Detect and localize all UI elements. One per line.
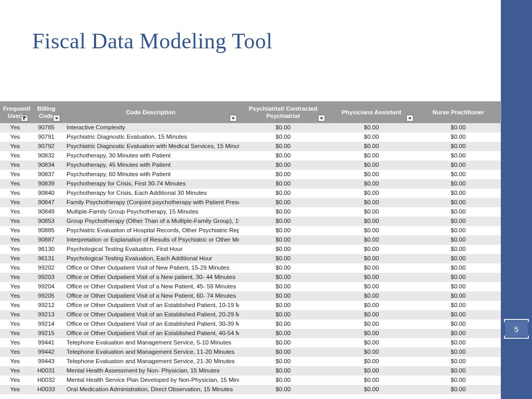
cell-psychiatrist: $0.00 [239,245,327,254]
slide: 5 Fiscal Data Modeling Tool Frequently U… [0,0,532,399]
table-row: Yes90840Psychotherapy for Crisis, Each A… [0,189,501,198]
dropdown-icon[interactable] [406,115,414,122]
cell-description: Psychotherapy, 30 Minutes with Patient [62,151,239,161]
cell-nurse-practitioner: $0.00 [416,273,501,282]
cell-psychiatrist: $0.00 [239,366,327,376]
table-header-row: Frequently Used Billing Code Code Descri… [0,101,501,123]
cell-billing-code: 90839 [30,179,62,189]
cell-description: Office or Other Outpatient Visit of an E… [62,301,239,310]
cell-billing-code: 99205 [30,291,62,301]
dropdown-icon[interactable] [318,115,325,122]
page-number: 5 [514,325,518,334]
filter-icon[interactable] [21,115,28,122]
cell-psychiatrist: $0.00 [239,235,327,245]
cell-nurse-practitioner: $0.00 [416,170,501,179]
cell-nurse-practitioner: $0.00 [416,320,501,329]
billing-table-container: Frequently Used Billing Code Code Descri… [0,101,501,394]
cell-physicians-assistant: $0.00 [327,245,416,254]
table-row: Yes96130Psychological Testing Evaluation… [0,245,501,254]
cell-description: Interactive Complexity [62,123,239,132]
cell-description: Group Psychotherapy (Other Than of a Mul… [62,217,239,226]
cell-psychiatrist: $0.00 [239,226,327,235]
cell-billing-code: 99443 [30,357,62,366]
table-row: Yes90832Psychotherapy, 30 Minutes with P… [0,151,501,161]
header-code-description[interactable]: Code Description [62,101,239,123]
cell-billing-code: 90887 [30,235,62,245]
cell-physicians-assistant: $0.00 [327,329,416,338]
cell-nurse-practitioner: $0.00 [416,254,501,263]
cell-psychiatrist: $0.00 [239,291,327,301]
cell-description: Telephone Evaluation and Management Serv… [62,357,239,366]
cell-psychiatrist: $0.00 [239,273,327,282]
table-row: Yes96131Psychological Testing Evaluation… [0,254,501,263]
cell-billing-code: 99213 [30,310,62,320]
cell-billing-code: 99214 [30,320,62,329]
cell-physicians-assistant: $0.00 [327,161,416,170]
header-label: Psychiatrist/ Contracted Psychiatrist [243,105,324,120]
cell-psychiatrist: $0.00 [239,263,327,273]
dropdown-icon[interactable] [230,115,237,122]
cell-psychiatrist: $0.00 [239,348,327,357]
cell-physicians-assistant: $0.00 [327,263,416,273]
cell-description: Office or Other Outpatient Visit of an E… [62,320,239,329]
table-row: Yes90785Interactive Complexity$0.00$0.00… [0,123,501,132]
cell-description: Psychological Testing Evaluation, First … [62,245,239,254]
cell-billing-code: 99204 [30,282,62,291]
cell-nurse-practitioner: $0.00 [416,207,501,217]
cell-physicians-assistant: $0.00 [327,142,416,151]
cell-psychiatrist: $0.00 [239,310,327,320]
cell-nurse-practitioner: $0.00 [416,348,501,357]
cell-nurse-practitioner: $0.00 [416,376,501,385]
cell-frequently-used: Yes [0,189,30,198]
table-row: Yes90847Family Psychotherapy (Conjoint p… [0,198,501,207]
table-row: Yes90839Psychotherapy for Crisis, First … [0,179,501,189]
cell-description: Psychiatric Diagnostic Evaluation with M… [62,142,239,151]
cell-psychiatrist: $0.00 [239,198,327,207]
header-nurse-practitioner[interactable]: Nurse Practitioner [416,101,501,123]
cell-frequently-used: Yes [0,357,30,366]
cell-frequently-used: Yes [0,254,30,263]
cell-billing-code: 99442 [30,348,62,357]
cell-frequently-used: Yes [0,338,30,348]
cell-description: Telephone Evaluation and Management Serv… [62,338,239,348]
header-billing-code[interactable]: Billing Code [30,101,62,123]
cell-physicians-assistant: $0.00 [327,385,416,394]
cell-psychiatrist: $0.00 [239,329,327,338]
cell-billing-code: 90837 [30,170,62,179]
cell-nurse-practitioner: $0.00 [416,245,501,254]
cell-billing-code: 90834 [30,161,62,170]
cell-frequently-used: Yes [0,132,30,142]
cell-frequently-used: Yes [0,366,30,376]
cell-psychiatrist: $0.00 [239,376,327,385]
cell-description: Psychotherapy for Crisis, First 30-74 Mi… [62,179,239,189]
cell-psychiatrist: $0.00 [239,254,327,263]
cell-physicians-assistant: $0.00 [327,179,416,189]
cell-frequently-used: Yes [0,217,30,226]
table-row: Yes90887Interpretation or Explanation of… [0,235,501,245]
slide-title: Fiscal Data Modeling Tool [32,29,273,54]
cell-billing-code: 90849 [30,207,62,217]
cell-physicians-assistant: $0.00 [327,207,416,217]
cell-description: Family Psychotherapy (Conjoint psychothe… [62,198,239,207]
table-row: YesH0031Mental Health Assessment by Non-… [0,366,501,376]
dropdown-icon[interactable] [53,115,60,122]
cell-frequently-used: Yes [0,310,30,320]
table-row: Yes90837Psychotherapy, 60 Minutes with P… [0,170,501,179]
cell-psychiatrist: $0.00 [239,207,327,217]
header-physicians-assistant[interactable]: Physicians Assistant [327,101,416,123]
table-row: YesH0032Mental Health Service Plan Devel… [0,376,501,385]
cell-nurse-practitioner: $0.00 [416,132,501,142]
cell-physicians-assistant: $0.00 [327,310,416,320]
cell-psychiatrist: $0.00 [239,142,327,151]
cell-description: Oral Medication Administration, Direct O… [62,385,239,394]
cell-frequently-used: Yes [0,301,30,310]
cell-physicians-assistant: $0.00 [327,226,416,235]
cell-nurse-practitioner: $0.00 [416,235,501,245]
header-psychiatrist[interactable]: Psychiatrist/ Contracted Psychiatrist [239,101,327,123]
header-frequently-used[interactable]: Frequently Used [0,101,30,123]
cell-frequently-used: Yes [0,170,30,179]
cell-physicians-assistant: $0.00 [327,376,416,385]
cell-billing-code: 90847 [30,198,62,207]
cell-billing-code: 99212 [30,301,62,310]
cell-nurse-practitioner: $0.00 [416,282,501,291]
